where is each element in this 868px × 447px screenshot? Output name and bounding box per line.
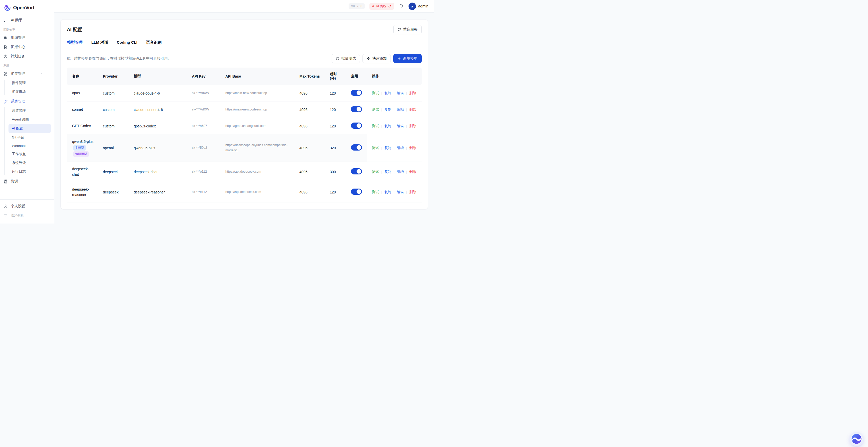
copy-action-link[interactable]: 复制 bbox=[384, 146, 391, 150]
delete-action-link[interactable]: 删除 bbox=[409, 91, 416, 95]
sidebar-subitem-ai-config[interactable]: AI 配置 bbox=[8, 124, 51, 133]
sidebar-subitem-system-upgrade[interactable]: 系统升级 bbox=[3, 159, 51, 167]
timeout-value: 120 bbox=[325, 182, 346, 202]
refresh-icon bbox=[398, 28, 401, 31]
delete-action-link[interactable]: 删除 bbox=[409, 190, 416, 194]
model-name: deepseek-reasoner bbox=[72, 187, 89, 197]
action-separator: | bbox=[381, 92, 382, 95]
enabled-toggle[interactable] bbox=[351, 188, 362, 195]
config-tabs: 模型管理 LLM 对话 Coding CLI 语音识别 bbox=[67, 40, 422, 48]
enabled-toggle[interactable] bbox=[351, 144, 362, 150]
test-action-link[interactable]: 测试 bbox=[372, 124, 379, 128]
notifications-button[interactable] bbox=[399, 4, 404, 9]
edit-action-link[interactable]: 编辑 bbox=[397, 91, 404, 95]
edit-action-link[interactable]: 编辑 bbox=[397, 190, 404, 194]
sidebar-subitem-marketplace[interactable]: 扩展市场 bbox=[3, 87, 51, 96]
test-action-link[interactable]: 测试 bbox=[372, 170, 379, 174]
edit-action-link[interactable]: 编辑 bbox=[397, 108, 404, 111]
sidebar-item-report[interactable]: 汇报中心 bbox=[3, 42, 51, 51]
clock-icon bbox=[3, 54, 8, 59]
col-header-max-tokens: Max Tokens bbox=[294, 68, 325, 85]
batch-test-label: 批量测试 bbox=[341, 56, 356, 61]
sidebar-item-label: 个人设置 bbox=[11, 204, 50, 209]
sidebar-item-label: AI 助手 bbox=[11, 18, 50, 23]
batch-test-button[interactable]: 批量测试 bbox=[332, 54, 360, 63]
ai-status-label: AI 离线 bbox=[376, 4, 386, 8]
sidebar-item-system-mgmt[interactable]: 系统管理 bbox=[3, 97, 51, 106]
collapse-panel-icon bbox=[3, 213, 8, 218]
sidebar-item-schedule[interactable]: 计划任务 bbox=[3, 51, 51, 61]
sidebar-subitem-channels[interactable]: 通道管理 bbox=[3, 106, 51, 115]
delete-action-link[interactable]: 删除 bbox=[409, 170, 416, 174]
copy-action-link[interactable]: 复制 bbox=[384, 108, 391, 111]
col-header-model: 模型 bbox=[129, 68, 187, 85]
sidebar-item-label: 扩展管理 bbox=[11, 71, 36, 76]
col-header-api-base: API Base bbox=[220, 68, 294, 85]
model-id: deepseek-chat bbox=[129, 162, 187, 182]
action-separator: | bbox=[406, 191, 407, 194]
col-header-api-key: API Key bbox=[187, 68, 220, 85]
copy-action-link[interactable]: 复制 bbox=[384, 190, 391, 194]
sidebar-subitem-agent-routing[interactable]: Agent 路由 bbox=[3, 115, 51, 124]
sidebar-subitem-git-platform[interactable]: Git 平台 bbox=[3, 133, 51, 142]
enabled-toggle[interactable] bbox=[351, 90, 362, 96]
model-provider: custom bbox=[98, 101, 129, 118]
tab-speech-recognition[interactable]: 语音识别 bbox=[146, 40, 162, 48]
model-tag-badge: 编码模型 bbox=[73, 151, 89, 157]
refresh-icon[interactable] bbox=[388, 5, 391, 8]
sidebar-item-org[interactable]: 组织管理 bbox=[3, 33, 51, 42]
quick-add-button[interactable]: 快速添加 bbox=[363, 54, 391, 63]
test-action-link[interactable]: 测试 bbox=[372, 190, 379, 194]
delete-action-link[interactable]: 删除 bbox=[409, 124, 416, 128]
tab-llm-chat[interactable]: LLM 对话 bbox=[91, 40, 108, 48]
sidebar-item-extensions[interactable]: 扩展管理 bbox=[3, 69, 51, 78]
brand-logo[interactable]: OpenVort bbox=[0, 0, 54, 14]
lightning-icon bbox=[367, 57, 370, 60]
test-action-link[interactable]: 测试 bbox=[372, 108, 379, 111]
sidebar-item-personal-settings[interactable]: 个人设置 bbox=[3, 202, 51, 211]
action-separator: | bbox=[406, 92, 407, 95]
edit-action-link[interactable]: 编辑 bbox=[397, 146, 404, 150]
model-id: claude-sonnet-4-6 bbox=[129, 101, 187, 118]
model-table-body: opus custom claude-opus-4-6 sk-***VdXW h… bbox=[67, 85, 422, 202]
delete-action-link[interactable]: 删除 bbox=[409, 146, 416, 150]
edit-action-link[interactable]: 编辑 bbox=[397, 170, 404, 174]
sidebar-item-collapse[interactable]: 收起侧栏 bbox=[3, 211, 51, 220]
edit-action-link[interactable]: 编辑 bbox=[397, 124, 404, 128]
bell-icon bbox=[399, 4, 404, 9]
sidebar-subitem-webhook[interactable]: Webhook bbox=[3, 142, 51, 150]
ai-status-badge[interactable]: AI 离线 bbox=[369, 3, 394, 10]
enabled-toggle[interactable] bbox=[351, 168, 362, 174]
brand-name: OpenVort bbox=[13, 5, 34, 10]
action-separator: | bbox=[381, 124, 382, 128]
test-action-link[interactable]: 测试 bbox=[372, 91, 379, 95]
copy-action-link[interactable]: 复制 bbox=[384, 91, 391, 95]
add-model-button[interactable]: 新增模型 bbox=[393, 54, 422, 63]
model-id: claude-opus-4-6 bbox=[129, 85, 187, 101]
enabled-toggle[interactable] bbox=[351, 106, 362, 112]
copy-action-link[interactable]: 复制 bbox=[384, 170, 391, 174]
max-tokens-value: 4096 bbox=[294, 85, 325, 101]
enabled-toggle[interactable] bbox=[351, 123, 362, 129]
sidebar-item-ai-assistant[interactable]: AI 助手 bbox=[3, 16, 51, 25]
sidebar-item-label: 组织管理 bbox=[11, 35, 50, 40]
tab-coding-cli[interactable]: Coding CLI bbox=[117, 40, 137, 48]
tab-model-management[interactable]: 模型管理 bbox=[67, 40, 83, 48]
sidebar-item-resources[interactable]: 资源 bbox=[3, 177, 51, 186]
sidebar-item-label: 资源 bbox=[11, 179, 36, 184]
table-header-row: 名称 Provider 模型 API Key API Base Max Toke… bbox=[67, 68, 422, 85]
add-model-label: 新增模型 bbox=[403, 56, 417, 61]
user-menu[interactable]: a admin bbox=[408, 3, 429, 10]
copy-action-link[interactable]: 复制 bbox=[384, 124, 391, 128]
page-title: AI 配置 bbox=[67, 27, 82, 33]
sidebar-subitem-worker-nodes[interactable]: 工作节点 bbox=[3, 150, 51, 159]
delete-action-link[interactable]: 删除 bbox=[409, 108, 416, 111]
api-base-value: https://gmn.chuangzuoli.com bbox=[220, 118, 294, 134]
sidebar-subitem-plugins[interactable]: 插件管理 bbox=[3, 79, 51, 87]
max-tokens-value: 4096 bbox=[294, 162, 325, 182]
sidebar-item-label: 计划任务 bbox=[11, 54, 50, 59]
test-action-link[interactable]: 测试 bbox=[372, 146, 379, 150]
sidebar-subitem-run-logs[interactable]: 运行日志 bbox=[3, 167, 51, 176]
action-separator: | bbox=[406, 170, 407, 174]
restart-service-button[interactable]: 重启服务 bbox=[393, 25, 422, 34]
